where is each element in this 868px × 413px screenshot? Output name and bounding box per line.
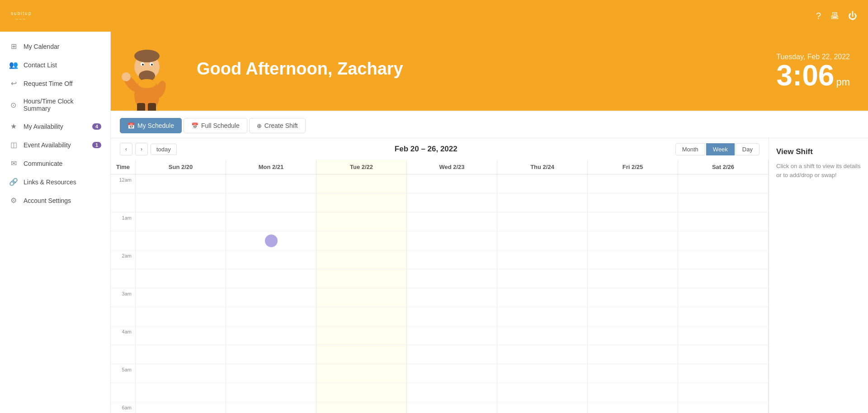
power-icon[interactable]: ⏻ — [848, 11, 857, 21]
day-cell-6-6[interactable] — [678, 288, 769, 307]
day-cell-3-1[interactable] — [407, 193, 497, 212]
day-cell-4-12[interactable] — [497, 402, 588, 413]
day-cell-5-4[interactable] — [588, 250, 678, 269]
day-cell-0-8[interactable] — [136, 326, 226, 345]
help-icon[interactable]: ? — [816, 11, 821, 21]
day-cell-0-2[interactable] — [136, 212, 226, 231]
day-cell-2-9[interactable] — [316, 345, 407, 364]
day-cell-0-4[interactable] — [136, 250, 226, 269]
today-button[interactable]: today — [151, 144, 177, 155]
day-cell-1-9[interactable] — [226, 345, 316, 364]
day-cell-6-5[interactable] — [678, 269, 769, 288]
day-cell-6-11[interactable] — [678, 383, 769, 402]
sidebar-item-my-availability[interactable]: ★ My Availability 4 — [0, 117, 110, 136]
day-cell-4-0[interactable] — [497, 174, 588, 193]
day-cell-5-7[interactable] — [588, 307, 678, 326]
day-cell-6-4[interactable] — [678, 250, 769, 269]
day-cell-4-4[interactable] — [497, 250, 588, 269]
day-cell-6-0[interactable] — [678, 174, 769, 193]
day-cell-1-10[interactable] — [226, 364, 316, 383]
day-cell-0-5[interactable] — [136, 269, 226, 288]
sidebar-item-links-resources[interactable]: 🔗 Links & Resources — [0, 173, 110, 191]
print-icon[interactable]: 🖶 — [830, 11, 839, 21]
day-cell-2-1[interactable] — [316, 193, 407, 212]
sidebar-item-event-availability[interactable]: ◫ Event Availability 1 — [0, 136, 110, 154]
tab-my-schedule[interactable]: 📅 My Schedule — [120, 118, 182, 133]
day-cell-0-9[interactable] — [136, 345, 226, 364]
sidebar-item-my-calendar[interactable]: ⊞ My Calendar — [0, 37, 110, 56]
day-cell-2-6[interactable] — [316, 288, 407, 307]
day-cell-4-3[interactable] — [497, 231, 588, 250]
tab-create-shift[interactable]: ⊕ Create Shift — [249, 118, 306, 133]
day-cell-1-8[interactable] — [226, 326, 316, 345]
day-cell-3-6[interactable] — [407, 288, 497, 307]
sidebar-item-contact-list[interactable]: 👥 Contact List — [0, 56, 110, 74]
day-cell-6-7[interactable] — [678, 307, 769, 326]
day-cell-2-4[interactable] — [316, 250, 407, 269]
day-cell-4-11[interactable] — [497, 383, 588, 402]
day-cell-4-6[interactable] — [497, 288, 588, 307]
day-cell-3-4[interactable] — [407, 250, 497, 269]
day-cell-5-5[interactable] — [588, 269, 678, 288]
sidebar-item-account-settings[interactable]: ⚙ Account Settings — [0, 191, 110, 210]
day-cell-0-1[interactable] — [136, 193, 226, 212]
day-cell-4-9[interactable] — [497, 345, 588, 364]
week-view-button[interactable]: Week — [706, 143, 735, 155]
day-cell-6-10[interactable] — [678, 364, 769, 383]
day-cell-1-7[interactable] — [226, 307, 316, 326]
day-cell-5-12[interactable] — [588, 402, 678, 413]
day-cell-5-10[interactable] — [588, 364, 678, 383]
day-cell-2-2[interactable] — [316, 212, 407, 231]
day-cell-5-1[interactable] — [588, 193, 678, 212]
sidebar-item-hours-time-clock[interactable]: ⊙ Hours/Time Clock Summary — [0, 93, 110, 117]
day-cell-2-10[interactable] — [316, 364, 407, 383]
day-cell-3-3[interactable] — [407, 231, 497, 250]
day-cell-1-4[interactable] — [226, 250, 316, 269]
day-cell-5-0[interactable] — [588, 174, 678, 193]
day-cell-6-12[interactable] — [678, 402, 769, 413]
day-cell-6-9[interactable] — [678, 345, 769, 364]
month-view-button[interactable]: Month — [675, 143, 705, 155]
day-cell-2-3[interactable] — [316, 231, 407, 250]
day-cell-1-11[interactable] — [226, 383, 316, 402]
day-cell-1-0[interactable] — [226, 174, 316, 193]
day-cell-5-11[interactable] — [588, 383, 678, 402]
day-cell-1-2[interactable] — [226, 212, 316, 231]
day-cell-3-10[interactable] — [407, 364, 497, 383]
day-cell-0-10[interactable] — [136, 364, 226, 383]
day-cell-1-3[interactable] — [226, 231, 316, 250]
day-cell-2-11[interactable] — [316, 383, 407, 402]
day-cell-5-3[interactable] — [588, 231, 678, 250]
next-week-button[interactable]: › — [135, 143, 148, 155]
sidebar-item-request-time-off[interactable]: ↩ Request Time Off — [0, 74, 110, 93]
day-cell-0-7[interactable] — [136, 307, 226, 326]
day-cell-4-2[interactable] — [497, 212, 588, 231]
day-cell-3-12[interactable] — [407, 402, 497, 413]
day-cell-2-0[interactable] — [316, 174, 407, 193]
day-cell-2-7[interactable] — [316, 307, 407, 326]
day-cell-2-12[interactable] — [316, 402, 407, 413]
day-cell-2-8[interactable] — [316, 326, 407, 345]
day-view-button[interactable]: Day — [736, 143, 760, 155]
day-cell-0-3[interactable] — [136, 231, 226, 250]
day-cell-3-5[interactable] — [407, 269, 497, 288]
day-cell-3-11[interactable] — [407, 383, 497, 402]
day-cell-0-12[interactable] — [136, 402, 226, 413]
day-cell-5-8[interactable] — [588, 326, 678, 345]
day-cell-1-6[interactable] — [226, 288, 316, 307]
prev-week-button[interactable]: ‹ — [120, 143, 132, 155]
day-cell-0-6[interactable] — [136, 288, 226, 307]
sidebar-item-communicate[interactable]: ✉ Communicate — [0, 154, 110, 173]
day-cell-6-8[interactable] — [678, 326, 769, 345]
day-cell-4-5[interactable] — [497, 269, 588, 288]
day-cell-1-12[interactable] — [226, 402, 316, 413]
day-cell-4-8[interactable] — [497, 326, 588, 345]
day-cell-3-2[interactable] — [407, 212, 497, 231]
day-cell-6-1[interactable] — [678, 193, 769, 212]
day-cell-2-5[interactable] — [316, 269, 407, 288]
day-cell-6-2[interactable] — [678, 212, 769, 231]
day-cell-0-0[interactable] — [136, 174, 226, 193]
day-cell-3-9[interactable] — [407, 345, 497, 364]
day-cell-5-9[interactable] — [588, 345, 678, 364]
day-cell-3-0[interactable] — [407, 174, 497, 193]
